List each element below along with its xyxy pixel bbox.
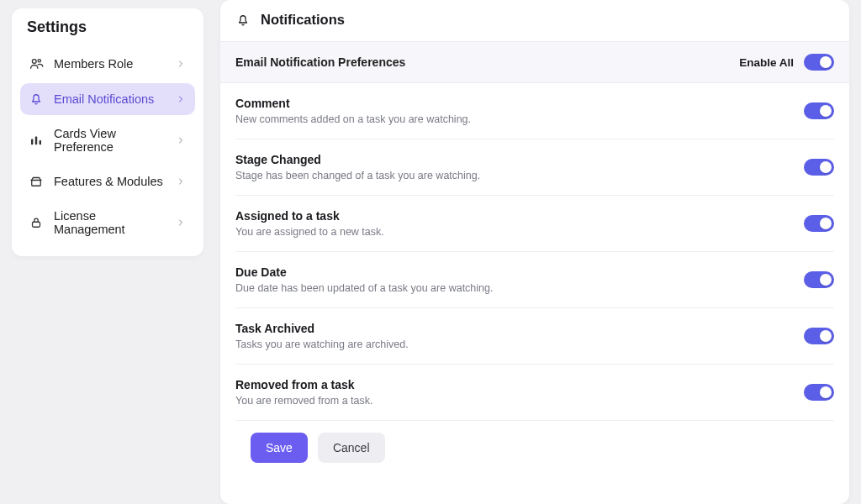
- pref-title: Due Date: [235, 265, 790, 279]
- chevron-right-icon: [175, 58, 187, 70]
- preferences-list: Comment New comments added on a task you…: [220, 83, 849, 488]
- sidebar-item-label: Members Role: [54, 57, 165, 71]
- chevron-right-icon: [175, 93, 187, 105]
- pref-row-due-date: Due Date Due date has been updated of a …: [235, 252, 834, 308]
- members-icon: [29, 56, 44, 71]
- preferences-subheader: Email Notification Preferences Enable Al…: [220, 42, 849, 83]
- sidebar-item-label: Cards View Preference: [54, 127, 165, 154]
- svg-rect-2: [31, 139, 33, 145]
- pref-title: Removed from a task: [235, 378, 790, 391]
- svg-point-1: [38, 60, 40, 62]
- pref-toggle-task-archived[interactable]: [804, 328, 834, 344]
- panel-header: Notifications: [220, 0, 849, 42]
- sidebar-item-label: Features & Modules: [54, 175, 165, 188]
- pref-row-removed: Removed from a task You are removed from…: [235, 365, 834, 421]
- pref-toggle-removed[interactable]: [804, 384, 834, 401]
- pref-row-comment: Comment New comments added on a task you…: [235, 83, 834, 139]
- pref-toggle-stage-changed[interactable]: [804, 159, 834, 176]
- svg-rect-3: [35, 137, 37, 145]
- sidebar-item-email-notifications[interactable]: Email Notifications: [20, 83, 195, 115]
- svg-rect-5: [33, 222, 40, 227]
- svg-rect-4: [40, 140, 41, 144]
- form-actions: Save Cancel: [235, 421, 834, 478]
- pref-desc: Due date has been updated of a task you …: [235, 282, 790, 294]
- enable-all-toggle[interactable]: [804, 54, 834, 71]
- pref-title: Task Archived: [235, 322, 790, 335]
- svg-point-0: [32, 60, 36, 64]
- panel-title: Notifications: [261, 12, 345, 28]
- modules-icon: [29, 174, 44, 189]
- lock-icon: [29, 215, 44, 230]
- sidebar-item-cards-view-preference[interactable]: Cards View Preference: [20, 118, 195, 162]
- pref-row-stage-changed: Stage Changed Stage has been changed of …: [235, 139, 834, 196]
- save-button[interactable]: Save: [251, 433, 308, 463]
- sidebar-item-members-role[interactable]: Members Role: [20, 48, 195, 80]
- sidebar-item-license-management[interactable]: License Management: [20, 201, 195, 244]
- cancel-button[interactable]: Cancel: [318, 433, 385, 463]
- pref-desc: Tasks you are watching are archived.: [235, 339, 790, 350]
- pref-title: Assigned to a task: [235, 209, 790, 223]
- sidebar-title: Settings: [20, 15, 195, 48]
- pref-desc: You are removed from a task.: [235, 395, 790, 407]
- settings-sidebar: Settings Members Role Email Notification…: [0, 0, 214, 504]
- pref-toggle-comment[interactable]: [804, 102, 834, 119]
- chevron-right-icon: [175, 176, 187, 187]
- bars-icon: [29, 133, 44, 148]
- pref-row-task-archived: Task Archived Tasks you are watching are…: [235, 308, 834, 365]
- notifications-panel: Notifications Email Notification Prefere…: [220, 0, 849, 504]
- section-title: Email Notification Preferences: [235, 55, 739, 69]
- sidebar-item-label: Email Notifications: [54, 92, 165, 106]
- sidebar-item-features-modules[interactable]: Features & Modules: [20, 165, 195, 197]
- pref-title: Stage Changed: [235, 153, 790, 166]
- main-content: Notifications Email Notification Prefere…: [214, 0, 861, 504]
- pref-row-assigned: Assigned to a task You are assigned to a…: [235, 196, 834, 252]
- chevron-right-icon: [175, 217, 187, 228]
- chevron-right-icon: [175, 134, 187, 146]
- pref-desc: Stage has been changed of a task you are…: [235, 170, 790, 181]
- pref-toggle-assigned[interactable]: [804, 215, 834, 232]
- pref-title: Comment: [235, 97, 790, 110]
- sidebar-item-label: License Management: [54, 209, 165, 236]
- enable-all-label: Enable All: [739, 56, 794, 69]
- pref-toggle-due-date[interactable]: [804, 271, 834, 288]
- bell-icon: [235, 13, 251, 28]
- pref-desc: New comments added on a task you are wat…: [235, 113, 790, 125]
- pref-desc: You are assigned to a new task.: [235, 226, 790, 238]
- bell-icon: [29, 92, 44, 107]
